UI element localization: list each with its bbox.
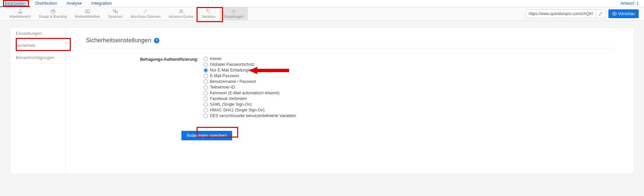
tab-analyse[interactable]: Analyse (62, 0, 87, 7)
sidebar-item-security[interactable]: Sicherheit (10, 40, 65, 52)
radio-label: Kennwort (E-Mail automatisch erkannt) (210, 91, 279, 95)
toolbar: Arbeitsbereich Design & Branding Medienb… (0, 7, 644, 20)
toolbar-label: Variablen (202, 15, 216, 18)
svg-marker-15 (249, 67, 289, 74)
radio-password-email[interactable]: Kennwort (E-Mail automatisch erkannt) (204, 91, 296, 95)
toolbar-right: Vorschau (526, 9, 639, 18)
save-row: Änderungen speichern (181, 131, 613, 140)
svg-point-10 (179, 10, 181, 11)
toolbar-media[interactable]: Medienbibliothek (71, 7, 104, 20)
top-nav-tabs: Bearbeiten Distribution Analyse Integrat… (0, 0, 117, 7)
toolbar-completion[interactable]: Abschluss-Optionen (126, 7, 165, 20)
toolbar-left: Arbeitsbereich Design & Branding Medienb… (5, 7, 248, 20)
radio-participant-id[interactable]: Teilnehmer-ID (204, 85, 296, 90)
radio-input[interactable] (204, 85, 208, 90)
svg-point-2 (53, 10, 54, 11)
tag-icon (206, 9, 212, 14)
edit-url-button[interactable] (596, 9, 606, 18)
url-box (526, 9, 606, 18)
radio-input[interactable] (204, 74, 208, 78)
toolbar-settings[interactable]: Einstellungen (220, 7, 248, 20)
radio-label: HMAC-SHA1 (Single Sign-On) (210, 108, 265, 112)
wand-icon (143, 9, 149, 14)
radio-input[interactable] (204, 102, 208, 107)
users-icon (178, 9, 184, 14)
radio-label: Keiner (210, 56, 222, 61)
toolbar-label: Advance-Quotas (169, 15, 194, 18)
svg-point-11 (181, 10, 183, 11)
radio-saml[interactable]: SAML (Single Sign-On) (204, 102, 296, 107)
radio-label: Globaler Passwortschutz (210, 62, 255, 67)
radio-input[interactable] (204, 68, 208, 72)
radio-label: Nur E-Mail Einladungen (210, 68, 253, 72)
toolbar-label: Abschluss-Optionen (130, 15, 161, 18)
svg-point-14 (614, 13, 615, 14)
preview-label: Vorschau (618, 11, 635, 16)
answer-value: 1 (636, 1, 639, 6)
radio-label: Teilnehmer-ID (210, 85, 235, 90)
svg-point-3 (53, 11, 54, 12)
radio-none[interactable]: Keiner (204, 56, 296, 61)
pencil-icon (599, 12, 603, 16)
radio-label: DES verschlüsselte benutzerdefinierte Va… (210, 113, 296, 118)
tab-distribution[interactable]: Distribution (31, 0, 62, 7)
radio-input[interactable] (204, 108, 208, 112)
svg-point-0 (51, 9, 55, 13)
auth-row: Befragungs-Authentifizierung: Keiner Glo… (86, 56, 613, 118)
radio-input[interactable] (204, 114, 208, 118)
toolbar-label: Design & Branding (39, 15, 67, 18)
tab-integration[interactable]: Integration (87, 0, 116, 7)
save-button[interactable]: Änderungen speichern (181, 131, 232, 140)
sidebar-item-notifications[interactable]: Benachrichtigungen (10, 52, 65, 64)
sidebar: Einstellungen Sicherheit Benachrichtigun… (10, 27, 65, 174)
toolbar-label: Einstellungen (224, 15, 244, 18)
page-title-text: Sicherheitseinstellungen (86, 37, 151, 44)
language-icon: 文A (112, 9, 118, 14)
answer-label: Antwort: (621, 1, 635, 6)
sidebar-item-settings[interactable]: Einstellungen (10, 28, 65, 40)
svg-text:A: A (116, 11, 117, 13)
radio-hmac[interactable]: HMAC-SHA1 (Single Sign-On) (204, 108, 296, 112)
content: Sicherheitseinstellungen ? Befragungs-Au… (65, 27, 634, 174)
preview-button[interactable]: Vorschau (608, 9, 639, 18)
radio-facebook[interactable]: Facebook Verbinden (204, 96, 296, 101)
radio-username-password[interactable]: Benutzername / Passwort (204, 79, 296, 84)
svg-text:文: 文 (114, 10, 115, 11)
survey-url-input[interactable] (526, 9, 596, 18)
toolbar-label: Sprachen (108, 15, 122, 18)
toolbar-label: Arbeitsbereich (9, 15, 31, 18)
eye-icon (612, 11, 617, 16)
radio-des[interactable]: DES verschlüsselte benutzerdefinierte Va… (204, 113, 296, 118)
image-icon (85, 9, 91, 14)
radio-label: Facebook Verbinden (210, 96, 247, 101)
main-area: Einstellungen Sicherheit Benachrichtigun… (0, 20, 644, 181)
toolbar-design[interactable]: Design & Branding (35, 7, 71, 20)
answer-count[interactable]: Antwort: 1 (621, 1, 639, 6)
svg-point-13 (233, 11, 234, 12)
radio-list: Keiner Globaler Passwortschutz Nur E-Mai… (204, 56, 296, 118)
help-icon[interactable]: ? (154, 38, 159, 43)
radio-label: SAML (Single Sign-On) (210, 102, 252, 107)
palette-icon (50, 9, 56, 14)
tab-bearbeiten[interactable]: Bearbeiten (0, 0, 31, 7)
radio-label: Benutzername / Passwort (210, 79, 256, 84)
toolbar-quotas[interactable]: Advance-Quotas (165, 7, 198, 20)
radio-input[interactable] (204, 80, 208, 84)
radio-input[interactable] (204, 62, 208, 67)
gear-icon (231, 9, 237, 14)
toolbar-label: Medienbibliothek (75, 15, 100, 18)
radio-label: E-Mail Passwort (210, 74, 239, 78)
auth-label: Befragungs-Authentifizierung: (86, 56, 198, 118)
radio-input[interactable] (204, 57, 208, 61)
radio-email-invitations[interactable]: Nur E-Mail Einladungen (204, 68, 296, 72)
workspace-icon (17, 9, 23, 14)
radio-email-password[interactable]: E-Mail Passwort (204, 74, 296, 78)
toolbar-variables[interactable]: Variablen (198, 7, 220, 20)
svg-point-12 (207, 10, 208, 11)
radio-input[interactable] (204, 97, 208, 101)
toolbar-arbeitsbereich[interactable]: Arbeitsbereich (5, 7, 35, 20)
toolbar-languages[interactable]: 文A Sprachen (104, 7, 126, 20)
page-title: Sicherheitseinstellungen ? (86, 37, 613, 48)
svg-point-1 (52, 10, 52, 11)
radio-input[interactable] (204, 91, 208, 95)
